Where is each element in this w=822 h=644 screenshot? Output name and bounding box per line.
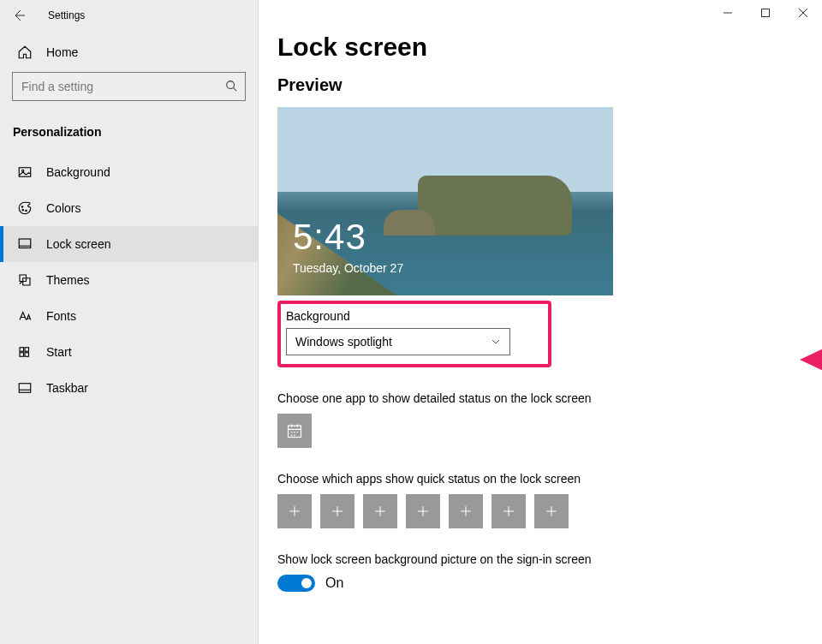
nav-label: Fonts (46, 309, 76, 323)
svg-rect-9 (20, 353, 24, 357)
taskbar-icon (17, 380, 33, 396)
category-title: Personalization (0, 101, 258, 144)
annotation-arrow-icon (798, 343, 822, 377)
sidebar: Settings Home Personalization Background… (0, 0, 259, 644)
content-pane: Lock screen Preview 5:43 Tuesday, Octobe… (259, 0, 822, 644)
lock-screen-icon (17, 236, 33, 252)
signin-bg-label: Show lock screen background picture on t… (277, 552, 822, 566)
plus-icon (329, 503, 346, 520)
svg-point-3 (21, 206, 23, 208)
search-box[interactable] (12, 72, 246, 101)
close-button[interactable] (784, 0, 822, 26)
quick-status-slot[interactable] (277, 494, 312, 528)
window-controls (709, 0, 822, 26)
nav-label: Taskbar (46, 381, 88, 395)
preview-time: 5:43 (293, 217, 366, 258)
plus-icon (372, 503, 389, 520)
palette-icon (17, 200, 33, 216)
window-title: Settings (38, 9, 85, 21)
themes-icon (17, 272, 33, 288)
dropdown-value: Windows spotlight (295, 335, 392, 349)
arrow-left-icon (12, 9, 26, 22)
svg-rect-6 (19, 239, 31, 248)
sidebar-item-lock-screen[interactable]: Lock screen (0, 226, 258, 262)
preview-landscape (418, 176, 572, 236)
svg-point-0 (227, 81, 235, 89)
page-title: Lock screen (277, 33, 822, 62)
svg-rect-1 (19, 168, 31, 177)
signin-bg-toggle[interactable] (277, 575, 315, 592)
maximize-icon (761, 9, 770, 17)
minimize-button[interactable] (709, 0, 747, 26)
chevron-down-icon (491, 337, 501, 347)
sidebar-item-taskbar[interactable]: Taskbar (0, 370, 258, 406)
sidebar-item-themes[interactable]: Themes (0, 262, 258, 298)
nav-label: Background (46, 165, 110, 179)
maximize-button[interactable] (747, 0, 784, 26)
search-input[interactable] (12, 72, 246, 101)
sidebar-nav: Background Colors Lock screen Themes Fon… (0, 154, 258, 406)
svg-rect-12 (762, 9, 770, 17)
quick-status-slot[interactable] (491, 494, 526, 528)
calendar-icon (286, 422, 303, 439)
preview-heading: Preview (277, 75, 822, 95)
svg-point-5 (26, 210, 27, 212)
svg-rect-11 (19, 384, 31, 393)
quick-status-slot[interactable] (534, 494, 569, 528)
quick-status-slot[interactable] (363, 494, 397, 528)
search-icon (225, 80, 237, 95)
sidebar-item-home[interactable]: Home (0, 27, 258, 72)
sidebar-item-background[interactable]: Background (0, 154, 258, 190)
plus-icon (414, 503, 432, 520)
nav-label: Start (46, 345, 72, 359)
svg-rect-8 (25, 348, 29, 352)
nav-label: Themes (46, 273, 90, 287)
start-icon (17, 344, 33, 360)
quick-status-slot[interactable] (449, 494, 483, 528)
picture-icon (17, 164, 33, 180)
svg-rect-7 (20, 348, 24, 352)
quick-status-label: Choose which apps show quick status on t… (277, 472, 822, 486)
background-label: Background (286, 309, 510, 323)
background-dropdown[interactable]: Windows spotlight (286, 328, 510, 355)
plus-icon (543, 503, 560, 520)
close-icon (799, 9, 807, 17)
plus-icon (286, 503, 303, 520)
fonts-icon (17, 308, 33, 324)
toggle-state: On (325, 575, 343, 591)
quick-status-row (277, 494, 822, 528)
nav-label: Lock screen (46, 237, 110, 251)
sidebar-item-start[interactable]: Start (0, 334, 258, 370)
nav-label: Colors (46, 201, 80, 215)
back-button[interactable] (0, 9, 38, 22)
home-label: Home (46, 45, 78, 59)
preview-date: Tuesday, October 27 (293, 261, 403, 275)
detailed-status-app-button[interactable] (277, 414, 312, 448)
sidebar-item-colors[interactable]: Colors (0, 190, 258, 226)
svg-point-4 (22, 210, 24, 212)
minimize-icon (724, 9, 732, 17)
detailed-status-label: Choose one app to show detailed status o… (277, 391, 822, 405)
quick-status-slot[interactable] (320, 494, 354, 528)
quick-status-slot[interactable] (406, 494, 440, 528)
plus-icon (457, 503, 474, 520)
plus-icon (500, 503, 517, 520)
home-icon (17, 45, 33, 60)
annotation-highlight: Background Windows spotlight (277, 301, 551, 367)
lock-screen-preview: 5:43 Tuesday, October 27 (277, 107, 613, 295)
svg-rect-10 (25, 353, 29, 357)
sidebar-item-fonts[interactable]: Fonts (0, 298, 258, 334)
